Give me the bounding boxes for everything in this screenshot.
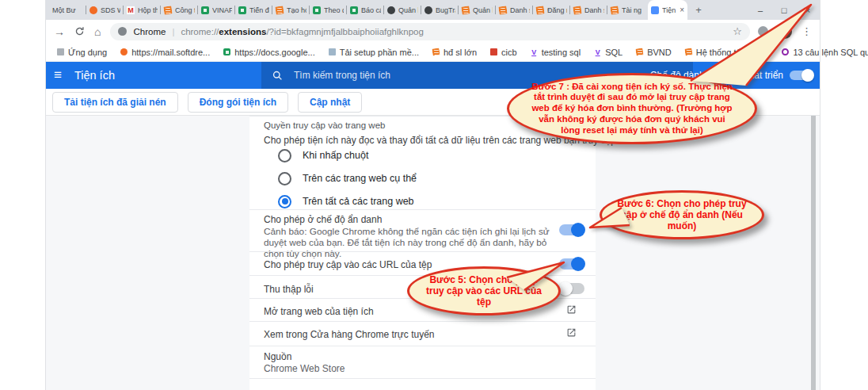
logo-red-icon bbox=[490, 48, 497, 55]
divider bbox=[249, 209, 596, 210]
doc-blue-icon bbox=[329, 48, 336, 55]
bookmarks-bar: Ứng dụnghttps://mail.softdre...https://d… bbox=[46, 43, 820, 62]
incognito-label: Cho phép ở chế độ ẩn danh bbox=[264, 214, 382, 225]
tab-strip: Một BưSDS WeMHộp thưCông tyVINAFRTiến độ… bbox=[46, 0, 820, 20]
active-tab-label: Tiện bbox=[662, 6, 676, 14]
maximize-button[interactable]: □ bbox=[772, 0, 796, 20]
error-collection-toggle[interactable] bbox=[559, 283, 584, 294]
tab-12[interactable]: Danh sá bbox=[496, 0, 533, 20]
radio-label: Trên các trang web cụ thể bbox=[303, 173, 417, 184]
sheet-green-icon bbox=[313, 6, 321, 14]
bookmark-label: https://mail.softdre... bbox=[131, 48, 210, 57]
divider bbox=[249, 346, 596, 346]
new-tab-button[interactable]: + bbox=[692, 4, 705, 16]
tab-5[interactable]: Tiến độ bbox=[235, 0, 272, 20]
divider bbox=[249, 321, 596, 322]
tab-15[interactable]: Tài ngu bbox=[607, 0, 645, 20]
reload-icon[interactable] bbox=[74, 26, 85, 36]
extensions-toolbar-icon[interactable] bbox=[758, 26, 768, 36]
sheet-green-icon bbox=[201, 6, 209, 14]
bookmark-1[interactable]: https://mail.softdre... bbox=[120, 48, 210, 57]
letter-v-purple-icon: V bbox=[594, 48, 601, 55]
bookmark-label: hđ sl lớn bbox=[444, 48, 477, 57]
forward-icon[interactable]: → bbox=[54, 26, 65, 37]
close-button[interactable]: × bbox=[796, 0, 820, 20]
external-link-icon[interactable] bbox=[566, 304, 577, 315]
source-label: Nguồn bbox=[264, 351, 291, 362]
bookmark-9[interactable]: Hệ thống tổng hợp bbox=[685, 48, 769, 57]
bookmark-label: testing sql bbox=[542, 48, 581, 57]
error-collection-label: Thu thập lỗi bbox=[264, 284, 314, 295]
apps-grid-icon bbox=[57, 48, 64, 55]
tab-6[interactable]: Tạo hóa bbox=[272, 0, 310, 20]
radio-selected-icon[interactable] bbox=[278, 195, 291, 208]
bookmark-10[interactable]: 13 câu lệnh SQL qu... bbox=[782, 48, 868, 57]
bookmark-6[interactable]: Vtesting sql bbox=[531, 48, 581, 57]
tab-extensions-active[interactable]: Tiện × bbox=[648, 0, 687, 20]
tab-1[interactable]: SDS We bbox=[86, 0, 124, 20]
tab-4[interactable]: VINAFR bbox=[198, 0, 235, 20]
bookmark-5[interactable]: cicb bbox=[490, 48, 517, 57]
receipt-orange-icon bbox=[461, 6, 470, 14]
tab-label: Đăng nh bbox=[547, 6, 567, 14]
url-path: /?id=bkfagmnjmfjalbbaiphoiiafghlknpog bbox=[266, 27, 424, 36]
tab-label: Hộp thư bbox=[138, 6, 158, 14]
tab-2[interactable]: MHộp thư bbox=[124, 0, 161, 20]
address-bar[interactable]: Chrome | chrome://extensions/?id=bkfagmn… bbox=[110, 23, 750, 40]
bookmark-8[interactable]: BVND bbox=[636, 48, 672, 57]
incognito-toggle[interactable] bbox=[559, 224, 584, 235]
bookmark-2[interactable]: https://docs.google... bbox=[223, 48, 315, 57]
tab-7[interactable]: Theo dõ bbox=[310, 0, 347, 20]
screen: Một BưSDS WeMHộp thưCông tyVINAFRTiến độ… bbox=[0, 0, 868, 390]
tab-9[interactable]: Quản lý bbox=[384, 0, 421, 20]
extension-puzzle-icon bbox=[651, 6, 659, 14]
url-host: extensions bbox=[219, 27, 266, 36]
minimize-button[interactable]: – bbox=[748, 0, 772, 20]
tab-10[interactable]: BugTra bbox=[421, 0, 459, 20]
search-icon bbox=[272, 71, 283, 81]
search-input[interactable] bbox=[292, 69, 549, 82]
bookmark-star-icon[interactable]: ☆ bbox=[733, 25, 742, 37]
site-info-icon[interactable] bbox=[118, 27, 127, 36]
hamburger-menu-icon[interactable]: ≡ bbox=[54, 67, 62, 83]
bookmark-0[interactable]: Ứng dụng bbox=[57, 48, 107, 57]
bookmark-7[interactable]: VSQL bbox=[594, 48, 622, 57]
tab-0[interactable]: Một Bư bbox=[49, 0, 86, 20]
gmail-red-icon: M bbox=[127, 6, 135, 14]
receipt-orange-icon bbox=[498, 6, 507, 14]
bookmark-3[interactable]: Tải setup phần mề... bbox=[329, 48, 419, 57]
radio-icon[interactable] bbox=[278, 149, 291, 162]
radio-row-2[interactable]: Trên tất cả các trang web bbox=[278, 194, 414, 208]
radio-icon[interactable] bbox=[278, 172, 291, 185]
home-icon[interactable]: ⌂ bbox=[94, 26, 101, 37]
update-button[interactable]: Cập nhật bbox=[298, 92, 362, 113]
external-link-icon[interactable] bbox=[566, 327, 577, 338]
tab-11[interactable]: Quản lý bbox=[459, 0, 496, 20]
divider bbox=[249, 378, 596, 379]
open-website-label: Mở trang web của tiện ích bbox=[264, 306, 374, 317]
tab-label: Một Bư bbox=[52, 6, 83, 14]
bookmark-4[interactable]: hđ sl lớn bbox=[432, 48, 477, 57]
tab-14[interactable]: Danh sá bbox=[570, 0, 607, 20]
avatar[interactable] bbox=[778, 25, 792, 39]
menu-dots-icon[interactable]: ⋮ bbox=[801, 25, 812, 37]
bookmark-label: Tải setup phần mề... bbox=[340, 48, 419, 57]
tab-3[interactable]: Công ty bbox=[161, 0, 198, 20]
view-store-label: Xem trong Cửa hàng Chrome trực tuyến bbox=[264, 329, 435, 340]
load-unpacked-button[interactable]: Tải tiện ích đã giải nén bbox=[52, 92, 178, 113]
bookmark-label: Ứng dụng bbox=[68, 48, 107, 57]
site-access-title: Quyền truy cập vào trang web bbox=[264, 120, 385, 130]
radio-row-0[interactable]: Khi nhấp chuột bbox=[278, 148, 368, 162]
incognito-warning: Cảnh báo: Google Chrome không thể ngăn c… bbox=[264, 226, 555, 259]
scrollbar[interactable] bbox=[811, 116, 816, 390]
tab-close-icon[interactable]: × bbox=[680, 6, 684, 14]
divider bbox=[249, 251, 596, 252]
tab-8[interactable]: Báo cáo bbox=[347, 0, 384, 20]
pack-extension-button[interactable]: Đóng gói tiện ích bbox=[188, 92, 288, 113]
tab-13[interactable]: Đăng nh bbox=[533, 0, 570, 20]
callout-step6: Bước 6: Chọn cho phép truy cập ở chế độ … bbox=[600, 190, 764, 239]
file-urls-toggle[interactable] bbox=[559, 258, 584, 270]
radio-row-1[interactable]: Trên các trang web cụ thể bbox=[278, 171, 417, 185]
developer-mode-toggle[interactable] bbox=[790, 71, 813, 80]
tab-label: Quản lý bbox=[473, 6, 493, 14]
